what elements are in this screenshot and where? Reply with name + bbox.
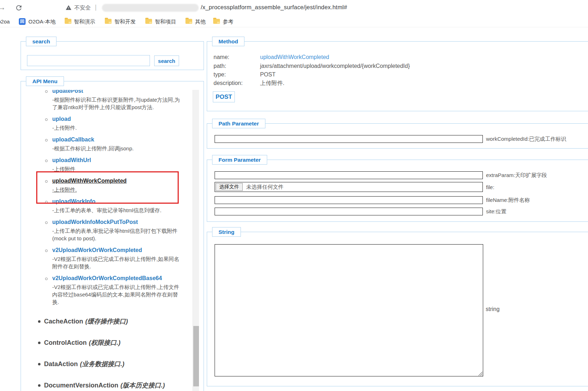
- api-method-description: -根据工作标识上传附件,回调jsonp.: [52, 145, 184, 152]
- api-method-link[interactable]: v2UploadWorkOrWorkCompleted: [52, 247, 142, 254]
- api-menu-item: uploadWorkInfoMockPutToPost-上传工单的表单,审批记录…: [52, 219, 187, 242]
- folder-icon: [65, 19, 71, 24]
- bookmark-item[interactable]: o2oa: [0, 18, 10, 25]
- folder-icon: [145, 19, 152, 24]
- browser-window: → 不安全 | /x_processplatform_assemble_surf…: [0, 0, 588, 391]
- api-category-name: ControlAction: [44, 339, 87, 346]
- api-menu-panel: API Menu updatePost-根据附件标识和工作标识更新附件,与upd…: [21, 81, 204, 391]
- api-method-link[interactable]: updatePost: [52, 90, 83, 95]
- method-panel: Method name:uploadWithWorkCompletedpath:…: [207, 41, 588, 111]
- string-panel-legend: String: [212, 227, 241, 237]
- api-category-name: DocumentVersionAction: [44, 382, 118, 389]
- bookmark-item[interactable]: 参考: [223, 18, 233, 25]
- api-menu-item: uploadWorkInfo-上传工单的表单、审批记录等html信息到缓存.: [52, 198, 187, 214]
- form-parameter-row: extraParam:天印扩展字段: [215, 171, 547, 179]
- api-method-link[interactable]: uploadCallback: [52, 136, 94, 143]
- search-panel: search search: [21, 41, 204, 70]
- api-method-description: -V2根据工作标识或已完成工作标识上传附件,如果同名附件存在则替换.: [52, 255, 184, 270]
- api-method-list: updatePost-根据附件标识和工作标识更新附件,与update方法同,为了…: [21, 90, 192, 306]
- not-secure-label[interactable]: 不安全: [74, 4, 91, 12]
- api-category-item[interactable]: DocumentVersionAction(版本历史接口.): [44, 381, 192, 389]
- method-info-label: name:: [214, 54, 260, 61]
- form-parameter-legend: Form Parameter: [212, 155, 267, 165]
- scrollbar-track[interactable]: [193, 90, 199, 391]
- api-category-item[interactable]: CacheAction(缓存操作接口): [44, 317, 192, 325]
- api-method-description: -V2根据工作标识或已完成工作标识上传附件,上传文件内容经过base64编码后的…: [52, 283, 184, 306]
- api-menu-item: uploadCallback-根据工作标识上传附件,回调jsonp.: [52, 136, 187, 152]
- form-parameter-text-input[interactable]: [215, 196, 483, 204]
- browser-toolbar: → 不安全 | /x_processplatform_assemble_surf…: [0, 0, 588, 16]
- form-parameter-row: fileName:附件名称: [215, 196, 530, 204]
- api-method-link[interactable]: uploadWithUrl: [52, 157, 91, 164]
- bookmark-item[interactable]: 智和演示: [74, 18, 95, 25]
- bookmark-item[interactable]: O2OA-本地: [28, 18, 56, 25]
- form-parameter-text-input[interactable]: [215, 208, 483, 215]
- api-menu-item-selected: uploadWithWorkCompleted-上传附件.: [52, 177, 187, 193]
- api-category-name: CacheAction: [44, 318, 83, 325]
- post-execute-button[interactable]: POST: [213, 91, 235, 102]
- string-field-label: string: [486, 306, 500, 312]
- folder-icon: [185, 19, 192, 24]
- api-method-description: -上传工单的表单,审批记录等html信息到打包下载附件 (mock put to…: [52, 227, 184, 242]
- method-info-row: description:上传附件.: [214, 80, 284, 87]
- api-category-description: (业务数据接口.): [80, 360, 124, 368]
- bookmark-item[interactable]: 智和项目: [155, 18, 176, 25]
- api-category-description: (权限接口.): [89, 339, 120, 346]
- api-category-item[interactable]: DataAction(业务数据接口.): [44, 360, 192, 368]
- api-category-list: CacheAction(缓存操作接口)ControlAction(权限接口.)D…: [21, 317, 192, 389]
- api-menu-item: v2UploadWorkOrWorkCompletedBase64-V2根据工作…: [52, 275, 187, 306]
- parameter-label: extraParam:天印扩展字段: [486, 172, 547, 179]
- method-info-row: path:jaxrs/attachment/upload/workcomplet…: [214, 63, 410, 70]
- api-menu-item: uploadWithUrl-上传附件: [52, 157, 187, 173]
- file-input[interactable]: 选择文件未选择任何文件: [215, 182, 483, 192]
- string-textarea[interactable]: [215, 244, 483, 376]
- path-parameter-panel: Path Parameter workCompletedId:已完成工作标识: [207, 123, 588, 149]
- form-parameter-row: 选择文件未选择任何文件file:: [215, 182, 494, 192]
- reload-icon[interactable]: [15, 4, 23, 12]
- folder-icon: [213, 19, 220, 24]
- form-parameter-panel: Form Parameter extraParam:天印扩展字段选择文件未选择任…: [207, 160, 588, 222]
- method-info-value: jaxrs/attachment/upload/workcompleted/{w…: [260, 63, 410, 69]
- bookmark-item[interactable]: 其他: [195, 18, 206, 25]
- api-menu-legend: API Menu: [26, 76, 64, 86]
- resize-grip-icon[interactable]: [478, 371, 483, 376]
- api-method-link[interactable]: uploadWorkInfoMockPutToPost: [52, 219, 138, 226]
- method-info-label: path:: [214, 63, 260, 70]
- search-button[interactable]: search: [154, 55, 179, 66]
- api-category-item[interactable]: ControlAction(权限接口.): [44, 339, 192, 347]
- api-category-description: (缓存操作接口): [85, 318, 128, 325]
- address-bar-url[interactable]: /x_processplatform_assemble_surface/jest…: [201, 4, 347, 11]
- method-info-row: name:uploadWithWorkCompleted: [214, 54, 329, 61]
- method-info-row: type:POST: [214, 71, 276, 78]
- choose-file-button[interactable]: 选择文件: [216, 183, 243, 191]
- api-menu-item: upload-上传附件.: [52, 116, 187, 132]
- o2oa-app-icon: 回: [19, 18, 26, 25]
- api-method-description: -上传附件.: [52, 186, 184, 193]
- api-category-name: DataAction: [44, 360, 78, 368]
- path-parameter-text-input[interactable]: [215, 135, 483, 143]
- form-parameter-text-input[interactable]: [215, 171, 483, 179]
- method-name-link[interactable]: uploadWithWorkCompleted: [260, 54, 329, 60]
- string-panel: String string: [207, 232, 588, 386]
- api-method-link[interactable]: uploadWithWorkCompleted: [52, 177, 126, 184]
- api-method-description: -上传附件: [52, 165, 184, 173]
- method-info-value: 上传附件.: [260, 80, 284, 86]
- api-method-link[interactable]: v2UploadWorkOrWorkCompletedBase64: [52, 275, 162, 282]
- bookmarks-bar: o2oa回O2OA-本地智和演示智和开发智和项目其他参考: [0, 16, 588, 27]
- api-menu-scroll-area: updatePost-根据附件标识和工作标识更新附件,与update方法同,为了…: [21, 90, 192, 391]
- api-method-link[interactable]: uploadWorkInfo: [52, 198, 95, 205]
- method-info-label: type:: [214, 71, 260, 78]
- form-parameter-row: site:位置: [215, 208, 507, 215]
- folder-icon: [105, 19, 112, 24]
- api-method-link[interactable]: upload: [52, 116, 71, 123]
- forward-arrow-icon[interactable]: →: [0, 2, 6, 12]
- scrollbar-thumb[interactable]: [193, 326, 199, 386]
- api-menu-item: updatePost-根据附件标识和工作标识更新附件,与update方法同,为了…: [52, 90, 187, 111]
- search-input[interactable]: [27, 55, 150, 66]
- api-menu-item: v2UploadWorkOrWorkCompleted-V2根据工作标识或已完成…: [52, 247, 187, 270]
- bookmark-item[interactable]: 智和开发: [114, 18, 136, 25]
- not-secure-warning-icon[interactable]: [65, 5, 72, 11]
- url-separator: |: [95, 3, 97, 11]
- method-panel-legend: Method: [212, 37, 244, 46]
- api-method-description: -上传工单的表单、审批记录等html信息到缓存.: [52, 207, 184, 214]
